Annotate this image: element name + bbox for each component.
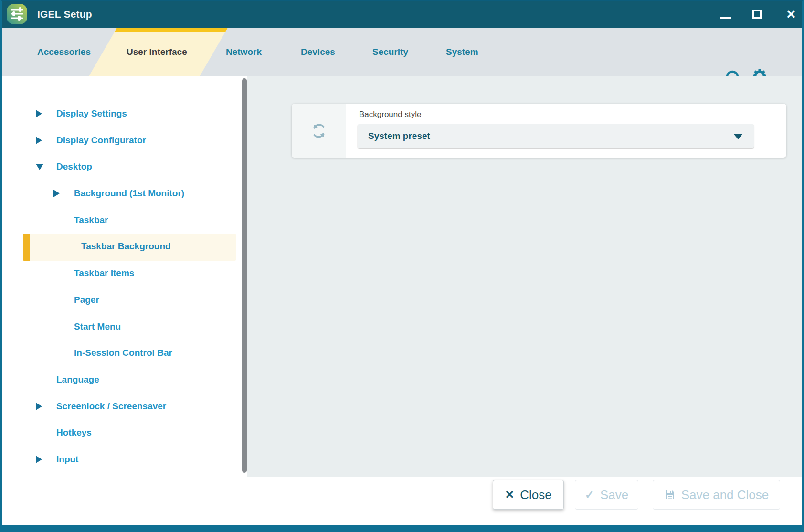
tree-item-language[interactable]: Language <box>2 367 247 392</box>
dropdown-selected-value: System preset <box>368 124 430 148</box>
minimize-button[interactable] <box>720 17 731 19</box>
tree-item-taskbar-items[interactable]: Taskbar Items <box>2 261 247 286</box>
tab-devices[interactable]: Devices <box>301 28 335 76</box>
tree-item-display-settings[interactable]: Display Settings <box>2 101 247 126</box>
tree-item-taskbar-background[interactable]: Taskbar Background <box>23 234 236 261</box>
tree-item-in-session-control-bar[interactable]: In-Session Control Bar <box>2 340 247 365</box>
floppy-disk-icon <box>664 489 676 500</box>
save-button[interactable]: ✓ Save <box>575 480 638 510</box>
save-and-close-button[interactable]: Save and Close <box>653 480 780 510</box>
tab-bar: Accessories User Interface Network Devic… <box>2 28 802 76</box>
tree-item-start-menu[interactable]: Start Menu <box>2 314 247 339</box>
save-and-close-button-label: Save and Close <box>681 488 769 502</box>
close-window-button[interactable]: ✕ <box>783 6 799 23</box>
collapsed-arrow-icon[interactable] <box>36 403 42 410</box>
window-title: IGEL Setup <box>37 1 92 28</box>
tree-item-taskbar[interactable]: Taskbar <box>2 208 247 233</box>
parameter-icon-column <box>292 104 346 158</box>
maximize-button[interactable] <box>752 10 762 19</box>
chevron-down-icon <box>734 134 742 139</box>
tree-item-hotkeys[interactable]: Hotkeys <box>2 420 247 445</box>
checkmark-icon: ✓ <box>585 488 594 501</box>
collapsed-arrow-icon[interactable] <box>36 137 42 144</box>
refresh-reset-icon[interactable] <box>309 121 329 141</box>
expanded-arrow-icon[interactable] <box>36 164 43 170</box>
tree-item-pager[interactable]: Pager <box>2 287 247 312</box>
tree-item-background-1st-monitor[interactable]: Background (1st Monitor) <box>2 181 247 206</box>
tree-item-display-configurator[interactable]: Display Configurator <box>2 128 247 153</box>
tree-item-desktop[interactable]: Desktop <box>2 154 247 179</box>
tree-item-input[interactable]: Input <box>2 447 247 472</box>
close-button[interactable]: ✕ Close <box>493 480 564 510</box>
tab-security[interactable]: Security <box>372 28 408 76</box>
tree-item-screenlock-screensaver[interactable]: Screenlock / Screensaver <box>2 394 247 419</box>
close-x-icon: ✕ <box>505 488 514 501</box>
igel-setup-window: { "window": { "title": "IGEL Setup", "co… <box>0 0 804 532</box>
collapsed-arrow-icon[interactable] <box>36 110 42 117</box>
save-button-label: Save <box>600 488 628 502</box>
collapsed-arrow-icon[interactable] <box>53 190 60 197</box>
collapsed-arrow-icon[interactable] <box>36 456 42 463</box>
field-label: Background style <box>359 110 421 119</box>
background-style-card: Background style System preset <box>292 104 786 158</box>
background-style-dropdown[interactable]: System preset <box>358 124 754 148</box>
tab-system[interactable]: System <box>446 28 478 76</box>
igel-app-icon <box>6 3 28 25</box>
tab-user-interface[interactable]: User Interface <box>127 28 187 76</box>
footer-bar: ✕ Close ✓ Save Save and Close <box>2 477 802 525</box>
tab-accessories[interactable]: Accessories <box>37 28 91 76</box>
title-bar: IGEL Setup ✕ <box>2 1 802 28</box>
close-button-label: Close <box>520 488 551 502</box>
tab-network[interactable]: Network <box>226 28 262 76</box>
